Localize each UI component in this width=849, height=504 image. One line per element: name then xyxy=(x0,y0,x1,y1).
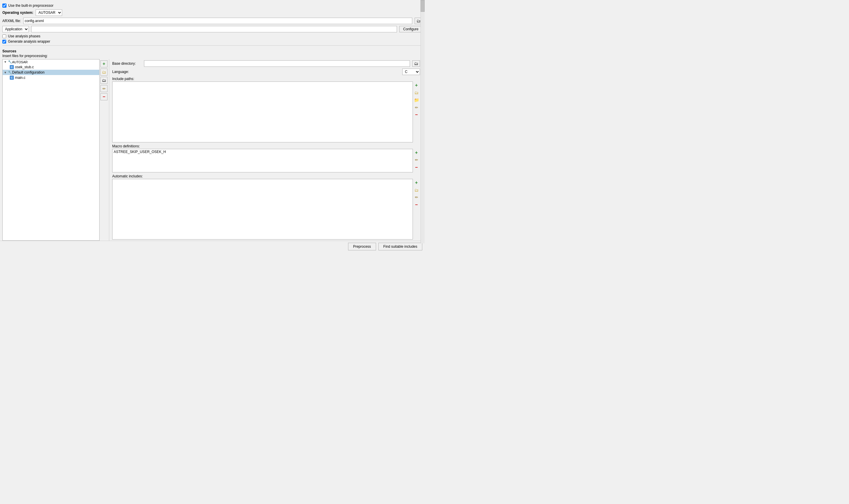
configure-button[interactable]: Configure xyxy=(399,26,422,32)
auto-add-button[interactable]: + xyxy=(413,179,420,186)
tree-panel[interactable]: ▼ 🔧 AUTOSAR C osek_stub.c ▼ 🔧 Default co… xyxy=(2,59,100,241)
auto-folder-icon: 🗂 xyxy=(414,188,418,193)
add-source-plus-icon: + xyxy=(103,61,105,67)
remove-source-button[interactable]: − xyxy=(100,93,107,100)
arxml-label: ARXML file: xyxy=(2,19,21,23)
auto-edit-icon: ✏ xyxy=(415,195,418,199)
macro-container: ASTREE_SKIP_USER_OSEK_H + ✏ − xyxy=(112,149,420,173)
app-configure-row: Application Library Configure xyxy=(2,26,422,32)
auto-includes-toolbar: + 🗂 ✏ − xyxy=(413,179,420,240)
preprocess-button[interactable]: Preprocess xyxy=(348,243,376,250)
base-directory-label: Base directory: xyxy=(112,61,142,66)
include-remove-icon: − xyxy=(415,112,418,118)
right-panel: Base directory: 🗂 Language: C C++ xyxy=(110,59,422,241)
osek-stub-label: osek_stub.c xyxy=(15,65,34,69)
include-paths-label: Include paths: xyxy=(112,77,420,81)
macro-edit-icon: ✏ xyxy=(415,158,418,162)
include-folder-icon: 🗂 xyxy=(414,90,418,95)
generate-analysis-wrapper-checkbox[interactable] xyxy=(2,40,6,43)
auto-remove-icon: − xyxy=(415,202,418,208)
edit-source-pencil-icon: ✏ xyxy=(103,87,106,91)
include-paths-area[interactable] xyxy=(112,82,413,142)
edit-source-button[interactable]: ✏ xyxy=(100,85,107,92)
tree-item-osek-stub[interactable]: C osek_stub.c xyxy=(3,65,99,70)
add-source-folder-icon: 🗂 xyxy=(102,70,106,74)
automatic-includes-area[interactable] xyxy=(112,179,413,240)
base-directory-row: Base directory: 🗂 xyxy=(112,60,420,67)
section-separator xyxy=(2,45,422,46)
arxml-folder-icon: 🗂 xyxy=(416,19,420,23)
auto-includes-container: + 🗂 ✏ − xyxy=(112,179,420,240)
include-folder-button[interactable]: 🗂 xyxy=(413,89,420,96)
tree-item-default-config[interactable]: ▼ 🔧 Default configuration xyxy=(3,70,99,75)
macro-add-button[interactable]: + xyxy=(413,149,420,156)
os-select[interactable]: AUTOSAR Linux Windows None xyxy=(36,10,62,16)
macro-remove-button[interactable]: − xyxy=(413,164,420,170)
use-analysis-phases-label: Use analysis phases xyxy=(8,34,40,38)
macro-add-icon: + xyxy=(415,150,418,155)
auto-edit-button[interactable]: ✏ xyxy=(413,194,420,201)
generate-analysis-wrapper-label: Generate analysis wrapper xyxy=(8,39,50,43)
use-builtin-checkbox[interactable] xyxy=(2,3,6,8)
macro-definitions-area[interactable]: ASTREE_SKIP_USER_OSEK_H xyxy=(112,149,413,173)
tree-item-main-c[interactable]: C main.c xyxy=(3,75,99,80)
auto-add-icon: + xyxy=(415,180,418,185)
include-edit-icon: ✏ xyxy=(415,105,418,110)
phases-row: Use analysis phases xyxy=(2,34,422,38)
use-builtin-row: Use the built-in preprocessor xyxy=(2,3,422,8)
find-includes-button[interactable]: Find suitable includes xyxy=(378,243,422,250)
autosar-label: AUTOSAR xyxy=(12,60,28,64)
default-config-label: Default configuration xyxy=(12,70,45,74)
os-row: Operating system: AUTOSAR Linux Windows … xyxy=(2,10,422,16)
default-config-wrench-icon: 🔧 xyxy=(8,71,12,74)
remove-source-minus-icon: − xyxy=(103,94,105,100)
macro-edit-button[interactable]: ✏ xyxy=(413,157,420,163)
sources-title: Sources xyxy=(2,49,422,53)
include-paths-toolbar: + 🗂 📁 ✏ − xyxy=(413,82,420,142)
auto-folder-button[interactable]: 🗂 xyxy=(413,187,420,193)
app-dropdown[interactable]: Application Library xyxy=(2,26,29,32)
use-builtin-label: Use the built-in preprocessor xyxy=(8,3,53,8)
base-dir-folder-button[interactable]: 🗂 xyxy=(412,60,420,67)
scrollbar-thumb[interactable] xyxy=(420,0,424,12)
arxml-input[interactable] xyxy=(23,18,412,24)
add-source-folder-button[interactable]: 🗂 xyxy=(100,69,107,76)
osek-c-icon: C xyxy=(10,65,14,69)
language-row: Language: C C++ xyxy=(112,69,420,75)
autosar-expand-arrow: ▼ xyxy=(4,60,7,64)
os-label: Operating system: xyxy=(2,11,33,15)
include-folder2-button[interactable]: 📁 xyxy=(413,97,420,103)
sources-section: Sources Insert files for preprocessing: … xyxy=(0,48,424,241)
bottom-bar: Preprocess Find suitable includes xyxy=(0,241,424,252)
include-remove-button[interactable]: − xyxy=(413,111,420,118)
default-config-expand-arrow: ▼ xyxy=(4,71,7,74)
use-analysis-phases-checkbox[interactable] xyxy=(2,34,6,38)
autosar-wrench-icon: 🔧 xyxy=(8,60,12,64)
wrapper-row: Generate analysis wrapper xyxy=(2,39,422,43)
include-add-icon: + xyxy=(415,83,418,88)
auto-remove-button[interactable]: − xyxy=(413,201,420,208)
macro-definitions-section: Macro definitions: ASTREE_SKIP_USER_OSEK… xyxy=(112,144,420,173)
add-source-button[interactable]: + xyxy=(100,60,107,67)
include-edit-button[interactable]: ✏ xyxy=(413,104,420,111)
include-folder2-icon: 📁 xyxy=(414,98,419,102)
top-section: Use the built-in preprocessor Operating … xyxy=(0,2,424,48)
move-up-button[interactable]: 🗂 xyxy=(100,77,107,84)
macro-toolbar: + ✏ − xyxy=(413,149,420,173)
base-directory-input[interactable] xyxy=(144,60,410,67)
macro-remove-icon: − xyxy=(415,165,418,170)
sources-content: ▼ 🔧 AUTOSAR C osek_stub.c ▼ 🔧 Default co… xyxy=(2,59,422,241)
scrollbar[interactable] xyxy=(420,0,424,243)
macro-definitions-label: Macro definitions: xyxy=(112,144,420,148)
language-select[interactable]: C C++ xyxy=(402,69,420,75)
sources-subtitle: Insert files for preprocessing: xyxy=(2,54,422,58)
automatic-includes-section: Automatic includes: + 🗂 ✏ xyxy=(112,174,420,240)
include-add-button[interactable]: + xyxy=(413,82,420,89)
tree-item-autosar[interactable]: ▼ 🔧 AUTOSAR xyxy=(3,59,99,65)
include-paths-container: + 🗂 📁 ✏ − xyxy=(112,82,420,142)
arxml-row: ARXML file: 🗂 xyxy=(2,18,422,24)
macro-item: ASTREE_SKIP_USER_OSEK_H xyxy=(114,150,411,154)
include-paths-section: Include paths: + 🗂 📁 xyxy=(112,77,420,142)
main-c-icon: C xyxy=(10,76,14,80)
app-text-input[interactable] xyxy=(31,26,397,32)
